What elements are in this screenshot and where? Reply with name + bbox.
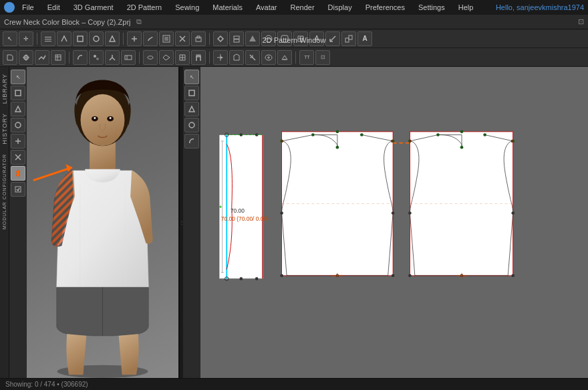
- lt-tool3[interactable]: [11, 118, 25, 132]
- svg-point-68: [255, 277, 259, 280]
- username-link[interactable]: sanjeevkmishra1974: [517, 3, 584, 11]
- rt-tool3[interactable]: [184, 118, 199, 132]
- tb2-tool1[interactable]: [3, 50, 17, 65]
- menu-settings[interactable]: Settings: [416, 2, 447, 13]
- lt-tool2[interactable]: [11, 102, 25, 116]
- app-logo: [4, 2, 15, 13]
- svg-rect-30: [125, 56, 132, 60]
- svg-rect-59: [219, 135, 263, 279]
- sidebar-tab-modular[interactable]: MODULAR CONFIGURATOR: [1, 150, 7, 233]
- tb-tool10[interactable]: [191, 31, 206, 46]
- status-bar: Showing: 0 / 474 • (306692): [0, 378, 588, 390]
- tb2-sep3: [209, 52, 210, 64]
- menu-file[interactable]: File: [20, 2, 36, 13]
- menu-display[interactable]: Display: [326, 2, 354, 13]
- doc-bar: Crew Neck Color Block – Copy (2).Zprj ⧉ …: [0, 15, 588, 29]
- tb-tool6[interactable]: [127, 31, 142, 46]
- tb-tool9[interactable]: [175, 31, 190, 46]
- title-bar: File Edit 3D Garment 2D Pattern Sewing M…: [0, 0, 588, 15]
- tb2-grid2[interactable]: ⊡: [315, 50, 330, 65]
- tb2-tool5[interactable]: [73, 50, 88, 65]
- rt-select[interactable]: ↖: [184, 70, 199, 84]
- tb-tool19[interactable]: [341, 31, 356, 46]
- svg-point-115: [460, 146, 464, 149]
- tb-tool12[interactable]: [229, 31, 244, 46]
- menu-preferences[interactable]: Preferences: [363, 2, 407, 13]
- tb2-sep2: [139, 52, 140, 64]
- menu-render[interactable]: Render: [289, 2, 317, 13]
- svg-point-98: [280, 211, 283, 215]
- menu-2d-pattern[interactable]: 2D Pattern: [125, 2, 164, 13]
- tb2-sep4: [295, 52, 296, 64]
- svg-rect-19: [345, 38, 349, 42]
- svg-point-27: [94, 55, 96, 58]
- tb-tool8[interactable]: [159, 31, 174, 46]
- svg-text:70.00 (70.00/ 0.00): 70.00 (70.00/ 0.00): [221, 215, 269, 222]
- tb2-tool16[interactable]: [261, 50, 276, 65]
- rt-tool2[interactable]: [184, 102, 199, 116]
- svg-text:70.00: 70.00: [231, 207, 245, 214]
- rt-tool4[interactable]: [184, 134, 199, 149]
- menu-sewing[interactable]: Sewing: [173, 2, 201, 13]
- tb-tool18[interactable]: [325, 31, 340, 46]
- svg-rect-3: [78, 36, 83, 41]
- svg-point-119: [511, 274, 514, 278]
- tb-tool1[interactable]: [41, 31, 55, 46]
- main-layout: LIBRARY HISTORY MODULAR CONFIGURATOR ↖: [0, 67, 588, 378]
- svg-rect-2: [45, 41, 51, 41]
- tb2-tool10[interactable]: [159, 50, 174, 65]
- tb-text[interactable]: A: [357, 31, 372, 46]
- doc-bar-right: ⊡: [578, 17, 584, 26]
- tb2-tool6[interactable]: [89, 50, 104, 65]
- svg-point-122: [511, 211, 514, 215]
- tb2-tool2[interactable]: [19, 50, 33, 65]
- tb2-tool4[interactable]: [51, 50, 65, 65]
- menu-help[interactable]: Help: [456, 2, 476, 13]
- tb2-grid1[interactable]: TT: [299, 50, 314, 65]
- menu-3d-garment[interactable]: 3D Garment: [71, 2, 116, 13]
- tb-tool11[interactable]: [213, 31, 228, 46]
- tb-tool4[interactable]: [89, 31, 104, 46]
- tb2-tool17[interactable]: [277, 50, 292, 65]
- tb-tool3[interactable]: [73, 31, 88, 46]
- left-panel-3d: ↖: [9, 67, 180, 378]
- svg-point-52: [110, 117, 112, 119]
- tb2-tool15[interactable]: [245, 50, 260, 65]
- tb-tool5[interactable]: [105, 31, 120, 46]
- tb2-tool13[interactable]: [213, 50, 228, 65]
- lt-pin[interactable]: [11, 166, 25, 181]
- menu-avatar[interactable]: Avatar: [254, 2, 279, 13]
- menu-materials[interactable]: Materials: [210, 2, 245, 13]
- sidebar-tab-history[interactable]: HISTORY: [1, 109, 9, 149]
- tb2-tool11[interactable]: [175, 50, 190, 65]
- right-toolstrip: ↖: [183, 67, 200, 378]
- tb2-tool9[interactable]: [143, 50, 158, 65]
- tb-add[interactable]: ✛: [19, 31, 33, 46]
- menu-edit[interactable]: Edit: [45, 2, 62, 13]
- svg-point-117: [460, 130, 464, 134]
- tb-tool13[interactable]: [245, 31, 260, 46]
- tb-tool2[interactable]: [57, 31, 71, 46]
- pattern-canvas[interactable]: 70.00 70.00 (70.00/ 0.00) ↑ ↑ ↑ ↑ ↑ ↑ ↑ …: [200, 67, 588, 378]
- tb2-tool12[interactable]: [191, 50, 206, 65]
- tb2-tool3[interactable]: [35, 50, 49, 65]
- svg-point-96: [392, 274, 395, 278]
- sidebar-tab-library[interactable]: LIBRARY: [1, 70, 9, 108]
- doc-copy-icon[interactable]: ⧉: [136, 17, 142, 26]
- tb2-tool7[interactable]: [105, 50, 120, 65]
- tb2-tool14[interactable]: [229, 50, 244, 65]
- tb-select[interactable]: ↖: [3, 31, 17, 46]
- tb2-tool8[interactable]: [121, 50, 136, 65]
- expand-icon[interactable]: ⊡: [578, 17, 584, 25]
- lt-select[interactable]: ↖: [11, 70, 25, 84]
- tb-tool7[interactable]: [143, 31, 158, 46]
- lt-tool5[interactable]: [11, 150, 25, 165]
- rt-tool1[interactable]: [184, 86, 199, 100]
- svg-rect-24: [55, 55, 61, 60]
- lt-tool1[interactable]: [11, 86, 25, 100]
- svg-rect-1: [45, 39, 51, 39]
- lt-tool4[interactable]: [11, 134, 25, 149]
- toolbar-secondary: TT ⊡: [0, 48, 588, 67]
- lt-tool6[interactable]: [11, 182, 25, 197]
- viewport-3d[interactable]: [27, 67, 178, 378]
